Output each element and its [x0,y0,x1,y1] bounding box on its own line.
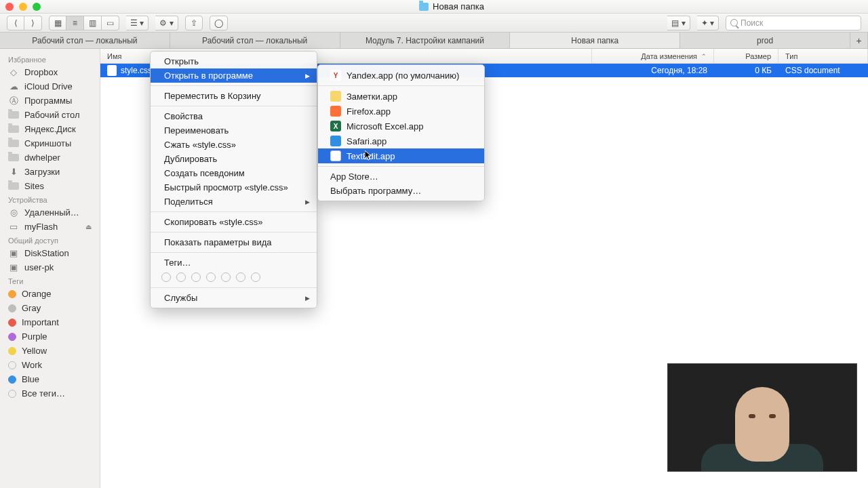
ctx-services[interactable]: Службы [151,291,317,305]
back-button[interactable]: ⟨ [7,16,24,30]
forward-button[interactable]: ⟩ [24,16,42,30]
arrange-button[interactable]: ☰ ▾ [126,16,149,30]
ctx-open[interactable]: Открыть [151,54,317,68]
sidebar-tag-purple[interactable]: Purple [0,329,100,344]
window-title: Новая папка [433,1,484,12]
sidebar-tag-orange[interactable]: Orange [0,287,100,301]
sidebar-item-screenshots[interactable]: Скриншоты [0,136,100,150]
submenu-appstore[interactable]: App Store… [318,169,484,184]
submenu-excel[interactable]: XMicrosoft Excel.app [318,119,484,134]
safari-icon [330,136,341,146]
sidebar-item-myflash[interactable]: ▭myFlash⏏ [0,220,100,234]
sidebar-item-apps[interactable]: ⒶПрограммы [0,94,100,108]
firefox-icon [330,106,341,117]
webcam-overlay [667,363,857,472]
sidebar-tag-yellow[interactable]: Yellow [0,344,100,358]
search-field[interactable]: Поиск [726,16,861,30]
sidebar-section-tags: Теги [0,274,100,287]
path-button[interactable]: ▤ ▾ [667,16,690,30]
textedit-icon [330,150,341,161]
submenu-firefox[interactable]: Firefox.app [318,104,484,119]
sidebar-item-userpk[interactable]: ▣user-pk [0,260,100,274]
yandex-icon: Y [330,70,341,81]
new-tab-button[interactable]: + [850,33,868,48]
tab-3[interactable]: Новая папка [510,33,680,48]
tags-button[interactable]: ◯ [210,16,228,30]
submenu-safari[interactable]: Safari.app [318,134,484,148]
tab-0[interactable]: Рабочий стол — локальный [0,33,170,48]
ctx-compress[interactable]: Сжать «style.css» [151,138,317,152]
column-date[interactable]: Дата изменения⌃ [592,49,714,63]
ctx-copy[interactable]: Скопировать «style.css» [151,215,317,229]
sidebar-section-devices: Устройства [0,193,100,205]
submenu-notes[interactable]: Заметки.app [318,89,484,104]
sidebar-item-icloud[interactable]: ☁iCloud Drive [0,79,100,94]
file-icon [107,65,117,76]
submenu-textedit[interactable]: TextEdit.app [318,148,484,163]
dropbox-button[interactable]: ✦ ▾ [697,16,719,30]
sidebar-section-favorites: Избранное [0,53,100,65]
ctx-duplicate[interactable]: Дублировать [151,152,317,166]
submenu-default[interactable]: Y Yandex.app (по умолчанию) [318,68,484,83]
view-icon-button[interactable]: ▦ [49,16,66,30]
tag-circle[interactable] [221,272,231,282]
tag-circle[interactable] [161,272,171,282]
ctx-open-with[interactable]: Открыть в программе [151,68,317,83]
ctx-trash[interactable]: Переместить в Корзину [151,89,317,103]
zoom-window-button[interactable] [33,3,41,11]
folder-icon [419,3,429,11]
tag-circle[interactable] [191,272,201,282]
tag-circle[interactable] [251,272,260,282]
ctx-viewopts[interactable]: Показать параметры вида [151,235,317,249]
share-button[interactable]: ⇪ [185,16,203,30]
nav-buttons: ⟨ ⟩ [7,16,42,30]
window-tabs: Рабочий стол — локальный Рабочий стол — … [0,33,868,49]
column-size[interactable]: Размер [714,49,778,63]
context-menu: Открыть Открыть в программе Переместить … [150,51,317,308]
view-gallery-button[interactable]: ▭ [102,16,119,30]
sidebar-item-dropbox[interactable]: ◇Dropbox [0,65,100,79]
ctx-tag-colors [151,270,317,285]
file-kind: CSS document [778,66,868,75]
sidebar-item-sites[interactable]: Sites [0,179,100,193]
ctx-share[interactable]: Поделиться [151,195,317,209]
notes-icon [330,91,341,102]
open-with-submenu: Y Yandex.app (по умолчанию) Заметки.app … [317,64,485,201]
tab-4[interactable]: prod [680,33,850,48]
sidebar-tag-gray[interactable]: Gray [0,301,100,315]
sidebar-tag-all[interactable]: Все теги… [0,386,100,401]
file-size: 0 КБ [714,66,778,75]
sort-caret-icon: ⌃ [701,53,707,60]
ctx-alias[interactable]: Создать псевдоним [151,166,317,180]
ctx-rename[interactable]: Переименовать [151,123,317,138]
excel-icon: X [330,121,341,131]
submenu-other[interactable]: Выбрать программу… [318,184,484,198]
eject-icon[interactable]: ⏏ [85,223,92,230]
tag-circle[interactable] [206,272,216,282]
sidebar-item-dwhelper[interactable]: dwhelper [0,150,100,165]
tab-1[interactable]: Рабочий стол — локальный [170,33,340,48]
ctx-tags[interactable]: Теги… [151,256,317,270]
sidebar-item-downloads[interactable]: ⬇Загрузки [0,165,100,179]
sidebar-tag-important[interactable]: Important [0,315,100,329]
view-column-button[interactable]: ▥ [84,16,102,30]
column-kind[interactable]: Тип [778,49,868,63]
toolbar: ⟨ ⟩ ▦ ≡ ▥ ▭ ☰ ▾ ⚙ ▾ ⇪ ◯ ▤ ▾ ✦ ▾ Поиск [0,14,868,33]
ctx-quicklook[interactable]: Быстрый просмотр «style.css» [151,180,317,195]
sidebar-item-diskstation[interactable]: ▣DiskStation [0,246,100,260]
sidebar-item-remote[interactable]: ◎Удаленный… [0,205,100,220]
close-window-button[interactable] [5,3,14,11]
sidebar-tag-work[interactable]: Work [0,358,100,372]
sidebar-item-yadisk[interactable]: Яндекс.Диск [0,122,100,136]
minimize-window-button[interactable] [19,3,27,11]
tag-circle[interactable] [236,272,245,282]
view-list-button[interactable]: ≡ [66,16,84,30]
sidebar-tag-blue[interactable]: Blue [0,372,100,386]
ctx-info[interactable]: Свойства [151,109,317,123]
action-button[interactable]: ⚙ ▾ [155,16,178,30]
tab-2[interactable]: Модуль 7. Настройки кампаний [340,33,511,48]
sidebar-item-desktop[interactable]: Рабочий стол [0,108,100,122]
sidebar: Избранное ◇Dropbox ☁iCloud Drive ⒶПрогра… [0,49,100,488]
file-date: Сегодня, 18:28 [592,66,714,75]
tag-circle[interactable] [176,272,186,282]
